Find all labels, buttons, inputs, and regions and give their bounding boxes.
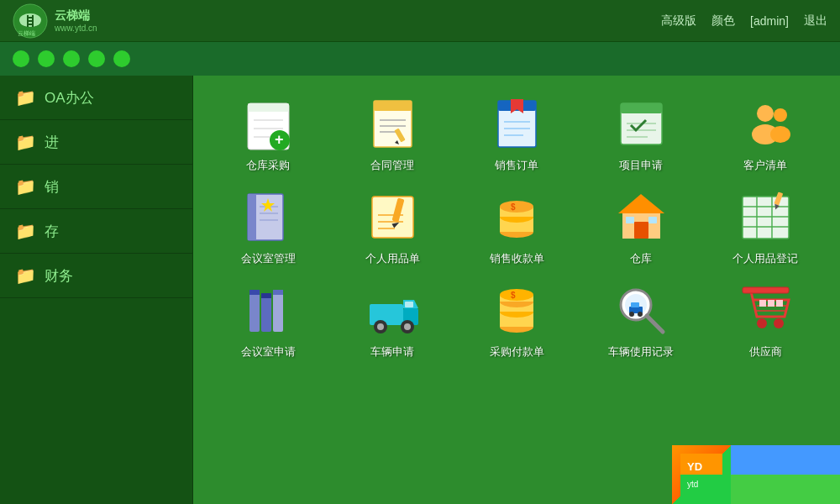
app-label-customer: 客户清单 xyxy=(743,158,787,173)
badge-logo: YD ytd xyxy=(672,445,731,504)
sidebar-label-oa: OA办公 xyxy=(45,88,94,108)
folder-icon-finance: 📁 xyxy=(15,265,36,286)
svg-text:$: $ xyxy=(511,291,516,300)
app-label-contract: 合同管理 xyxy=(370,158,414,173)
tab-dot-5[interactable] xyxy=(113,50,130,67)
svg-rect-62 xyxy=(743,197,789,239)
app-warehouse-purchase[interactable]: + 仓库采购 xyxy=(210,97,326,173)
svg-point-38 xyxy=(770,126,790,143)
app-label-personal-goods: 个人用品单 xyxy=(365,251,420,266)
folder-icon-sales: 📁 xyxy=(15,176,36,197)
sidebar-item-in[interactable]: 📁 进 xyxy=(0,120,192,165)
svg-text:云梯端: 云梯端 xyxy=(18,30,35,36)
svg-rect-11 xyxy=(248,103,289,112)
svg-rect-83 xyxy=(405,302,413,307)
app-label-personal-reg: 个人用品登记 xyxy=(732,251,798,266)
sidebar-item-finance[interactable]: 📁 财务 xyxy=(0,254,192,298)
svg-rect-59 xyxy=(634,222,648,239)
app-label-sales-order: 销售订单 xyxy=(495,158,538,173)
app-sales-order[interactable]: 销售订单 xyxy=(459,97,575,173)
app-label-meeting-app: 会议室申请 xyxy=(241,344,296,360)
tab-dot-2[interactable] xyxy=(38,50,55,67)
bottom-badge: YD ytd xyxy=(672,445,840,504)
svg-point-37 xyxy=(774,108,787,122)
sidebar-item-sales[interactable]: 📁 销 xyxy=(0,165,192,209)
app-personal-reg[interactable]: 个人用品登记 xyxy=(707,190,823,266)
app-purchase-pay[interactable]: $ 采购付款单 xyxy=(459,283,575,360)
svg-rect-40 xyxy=(248,194,256,240)
svg-rect-96 xyxy=(631,302,639,307)
sidebar-label-sales: 销 xyxy=(45,177,59,197)
app-vehicle[interactable]: 车辆申请 xyxy=(334,283,450,360)
svg-point-98 xyxy=(638,312,643,317)
app-label-supplier: 供应商 xyxy=(749,344,782,360)
logo-area: 云梯端 云梯端 www.ytd.cn xyxy=(13,3,97,39)
tab-dot-3[interactable] xyxy=(63,50,80,67)
svg-rect-74 xyxy=(261,293,271,298)
sidebar: 📁 OA办公 📁 进 📁 销 📁 存 📁 财务 xyxy=(0,76,193,504)
tabbar xyxy=(0,42,840,76)
app-project[interactable]: 项目申请 xyxy=(583,97,699,173)
folder-icon-store: 📁 xyxy=(15,221,36,241)
svg-point-97 xyxy=(629,312,634,317)
sidebar-item-oa[interactable]: 📁 OA办公 xyxy=(0,76,192,120)
svg-rect-106 xyxy=(743,287,789,293)
content-area: + 仓库采购 合同管理 xyxy=(193,76,840,504)
nav-advanced[interactable]: 高级版 xyxy=(661,13,696,29)
app-supplier[interactable]: 供应商 xyxy=(707,283,823,360)
svg-rect-71 xyxy=(261,293,271,332)
svg-rect-72 xyxy=(273,290,283,332)
svg-rect-7 xyxy=(27,20,34,22)
svg-point-90 xyxy=(500,289,533,301)
app-meeting-app[interactable]: 会议室申请 xyxy=(210,283,326,360)
svg-text:YD: YD xyxy=(687,460,702,473)
svg-rect-18 xyxy=(374,101,412,111)
svg-rect-8 xyxy=(27,24,34,25)
app-label-warehouse-purchase: 仓库采购 xyxy=(246,158,290,173)
app-warehouse2[interactable]: 仓库 xyxy=(583,190,699,266)
svg-marker-57 xyxy=(618,194,664,213)
app-label-sales-receipt: 销售收款单 xyxy=(490,251,544,266)
app-grid: + 仓库采购 合同管理 xyxy=(202,92,832,364)
badge-blue-bar xyxy=(731,445,840,475)
app-label-purchase-pay: 采购付款单 xyxy=(490,344,544,360)
main-layout: 📁 OA办公 📁 进 📁 销 📁 存 📁 财务 xyxy=(0,76,840,504)
app-customer[interactable]: 客户清单 xyxy=(707,97,823,173)
folder-icon-oa: 📁 xyxy=(15,87,36,108)
svg-rect-101 xyxy=(759,300,766,307)
sidebar-label-in: 进 xyxy=(45,133,59,152)
app-contract[interactable]: 合同管理 xyxy=(334,97,450,173)
svg-rect-61 xyxy=(648,217,657,223)
svg-point-104 xyxy=(757,318,767,328)
svg-rect-76 xyxy=(370,304,403,325)
nav-logout[interactable]: 退出 xyxy=(804,13,827,29)
svg-point-35 xyxy=(757,105,774,122)
svg-point-82 xyxy=(404,323,411,330)
app-label-vehicle-rec: 车辆使用记录 xyxy=(608,344,674,360)
folder-icon-in: 📁 xyxy=(15,132,36,152)
badge-right xyxy=(731,445,840,504)
app-sales-receipt[interactable]: $ 销售收款单 xyxy=(459,190,575,266)
svg-text:+: + xyxy=(275,131,284,148)
svg-point-55 xyxy=(500,201,533,213)
svg-rect-45 xyxy=(372,197,413,238)
header-nav: 高级版 颜色 [admin] 退出 xyxy=(661,13,827,29)
app-label-meeting-mgmt: 会议室管理 xyxy=(241,251,296,266)
app-personal-goods[interactable]: 个人用品单 xyxy=(334,190,450,266)
svg-point-105 xyxy=(774,318,784,328)
svg-text:$: $ xyxy=(511,202,516,212)
svg-rect-73 xyxy=(249,290,260,295)
sidebar-label-finance: 财务 xyxy=(45,266,73,286)
app-vehicle-rec[interactable]: 车辆使用记录 xyxy=(583,283,699,360)
svg-rect-6 xyxy=(27,17,34,18)
svg-rect-60 xyxy=(626,217,634,223)
nav-admin: [admin] xyxy=(750,14,789,28)
tab-dot-1[interactable] xyxy=(13,50,29,67)
nav-color[interactable]: 颜色 xyxy=(711,13,735,29)
svg-text:ytd: ytd xyxy=(687,480,698,489)
sidebar-item-store[interactable]: 📁 存 xyxy=(0,209,192,254)
svg-rect-70 xyxy=(249,290,260,332)
app-meeting-mgmt[interactable]: 会议室管理 xyxy=(210,190,326,266)
tab-dot-4[interactable] xyxy=(88,50,105,67)
svg-rect-102 xyxy=(768,300,774,307)
